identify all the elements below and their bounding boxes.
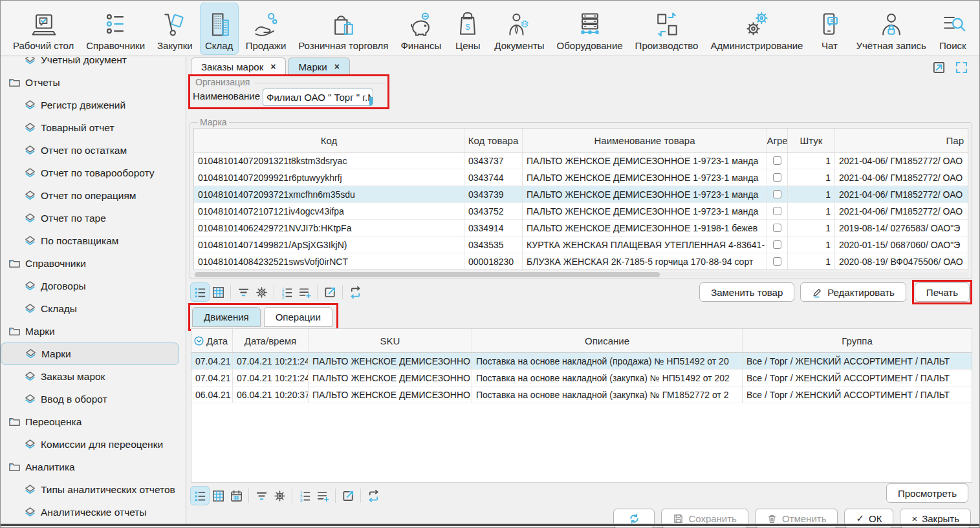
- list-view-button[interactable]: [191, 487, 209, 505]
- sidebar-item[interactable]: Отчеты: [1, 71, 186, 94]
- tab-close-icon[interactable]: ×: [270, 61, 276, 72]
- sidebar-item[interactable]: Марки: [1, 320, 186, 343]
- print-button[interactable]: Печать: [915, 282, 970, 302]
- organization-name-input[interactable]: Филиал ОАО " Торг " г.М: [263, 89, 373, 106]
- sidebar-item[interactable]: Отчет по операциям: [1, 184, 186, 207]
- table-row[interactable]: 010481014084232521swsVofj0irNCT 00001823…: [194, 253, 968, 270]
- sidebar-item[interactable]: Товарный отчет: [1, 116, 186, 139]
- table-row[interactable]: 010481014072093721xmcfhn6m35sdu 0343739 …: [194, 186, 968, 203]
- col-header-product-code[interactable]: Код товара: [464, 129, 523, 152]
- checkbox[interactable]: [773, 173, 781, 182]
- toolbar-item-equipment[interactable]: Оборудование: [552, 3, 627, 54]
- sidebar-item[interactable]: Договоры: [1, 275, 186, 297]
- open-external-button[interactable]: [339, 487, 357, 505]
- refresh-cycle-button[interactable]: [346, 283, 364, 301]
- cell-code: 010481014071499821/ApSjXG3IkjN): [194, 237, 464, 253]
- replace-product-button[interactable]: Заменить товар: [699, 282, 794, 302]
- numbered-list-button[interactable]: 1 2 3: [296, 487, 314, 505]
- checkbox[interactable]: [773, 257, 781, 266]
- table-row[interactable]: 06.04.21 06.04.21 10:20:37 ПАЛЬТО ЖЕНСКО…: [191, 386, 972, 403]
- filter-button[interactable]: [252, 487, 270, 505]
- grid-view-button[interactable]: [209, 487, 227, 505]
- refresh-cycle-button[interactable]: [364, 487, 382, 505]
- sidebar-item[interactable]: Заказы марок: [1, 365, 186, 388]
- checkbox[interactable]: [773, 207, 781, 215]
- toolbar-item-administration[interactable]: Администрирование: [706, 3, 807, 54]
- account-icon: [877, 10, 906, 39]
- toolbar-item-warehouse[interactable]: Склад: [201, 3, 238, 54]
- col-header-code[interactable]: Код: [194, 129, 464, 152]
- col-header-product-name[interactable]: Наименование товара: [523, 129, 767, 152]
- sidebar-item[interactable]: Ввод в оборот: [1, 388, 186, 410]
- sidebar-item[interactable]: Учетный документ: [1, 57, 186, 71]
- toolbar-item-workspace[interactable]: Рабочий стол: [8, 3, 78, 54]
- checkbox[interactable]: [773, 156, 781, 165]
- toolbar-item-retail[interactable]: Розничная торговля: [294, 3, 393, 54]
- open-in-window-icon[interactable]: [932, 61, 946, 74]
- tab-operations[interactable]: Операции: [264, 307, 332, 327]
- open-external-button[interactable]: [321, 283, 339, 301]
- table-row[interactable]: 010481014072091321t8kstm3dsryac 0343737 …: [194, 153, 968, 169]
- col-header-description[interactable]: Описание: [472, 329, 743, 352]
- toolbar-item-chat[interactable]: Чат: [811, 3, 848, 54]
- col-header-qty[interactable]: Штук: [788, 129, 835, 152]
- toolbar-item-catalogs[interactable]: Справочники: [82, 3, 149, 54]
- add-list-button[interactable]: [314, 487, 332, 505]
- table-row[interactable]: 010481014072099921r6ptuwyykhrfj 0343744 …: [194, 169, 968, 186]
- toolbar-item-search[interactable]: Поиск: [934, 3, 972, 54]
- sidebar-item[interactable]: Склады: [1, 297, 186, 320]
- filter-button[interactable]: [234, 283, 252, 301]
- sidebar-item[interactable]: Отчет по товарообороту: [1, 162, 186, 184]
- sidebar-item[interactable]: Справочники: [1, 252, 186, 275]
- sidebar-item[interactable]: Комиссии для переоценки: [1, 433, 186, 456]
- marks-table-hscrollbar[interactable]: [193, 272, 968, 277]
- toolbar-item-documents[interactable]: Документы: [490, 3, 549, 54]
- table-row[interactable]: 010481014062429721NVJI7b:HKtpFa 0334914 …: [194, 220, 968, 237]
- checkbox[interactable]: [773, 224, 781, 232]
- tab-close-icon[interactable]: ×: [334, 61, 340, 72]
- sidebar-item[interactable]: Марки: [1, 343, 179, 365]
- grid-view-button[interactable]: [209, 283, 227, 301]
- tab-marki[interactable]: Марки ×: [288, 58, 349, 75]
- toolbar-item-sales[interactable]: Продажи: [241, 3, 291, 54]
- sidebar-item[interactable]: Аналитические отчеты: [1, 501, 186, 523]
- cell-sku: ПАЛЬТО ЖЕНСКОЕ ДЕМИСЕЗОННО: [309, 370, 472, 386]
- checkbox[interactable]: [773, 190, 781, 198]
- list-view-button[interactable]: [191, 283, 209, 301]
- fullscreen-icon[interactable]: [955, 61, 968, 74]
- col-header-aggregated[interactable]: Агре: [767, 129, 788, 152]
- col-header-batch[interactable]: Пар: [835, 129, 968, 152]
- toolbar-item-purchases[interactable]: Закупки: [153, 3, 197, 54]
- sidebar-item[interactable]: Переоценка: [1, 410, 186, 433]
- preview-button[interactable]: Просмотреть: [886, 483, 968, 503]
- table-row[interactable]: 07.04.21 07.04.21 10:21:24 ПАЛЬТО ЖЕНСКО…: [191, 370, 972, 386]
- table-row[interactable]: 010481014071499821/ApSjXG3IkjN) 0343535 …: [194, 237, 968, 253]
- sidebar-item[interactable]: Отчет по остаткам: [1, 139, 186, 162]
- toolbar-item-production[interactable]: Производство: [631, 3, 703, 54]
- sidebar-item[interactable]: Аналитика: [1, 456, 186, 478]
- calendar-view-button[interactable]: [227, 487, 245, 505]
- numbered-list-button[interactable]: 1 2 3: [278, 283, 296, 301]
- table-row[interactable]: 010481014072107121iv4ogcv43ifpa 0343752 …: [194, 203, 968, 220]
- scrollbar-thumb[interactable]: [195, 272, 660, 277]
- col-header-date[interactable]: Дата: [191, 329, 233, 352]
- toolbar-item-prices[interactable]: $ Цены: [449, 3, 486, 54]
- toolbar-item-account[interactable]: Учётная запись: [851, 3, 931, 54]
- col-header-sku[interactable]: SKU: [309, 329, 472, 352]
- col-header-group[interactable]: Группа: [743, 329, 972, 352]
- toolbar-label: Поиск: [939, 40, 966, 51]
- sidebar-item[interactable]: Отчет по таре: [1, 207, 186, 229]
- tab-movements[interactable]: Движения: [192, 307, 261, 327]
- sidebar-item[interactable]: Регистр движений: [1, 94, 186, 116]
- add-list-button[interactable]: [296, 283, 314, 301]
- settings-button[interactable]: [270, 487, 289, 505]
- tab-zakazy-marok[interactable]: Заказы марок ×: [191, 58, 286, 75]
- settings-button[interactable]: [252, 283, 270, 301]
- edit-button[interactable]: Редактировать: [800, 282, 906, 302]
- checkbox[interactable]: [773, 240, 781, 249]
- toolbar-item-finance[interactable]: Финансы: [396, 3, 446, 54]
- col-header-datetime[interactable]: Дата/время: [233, 329, 309, 352]
- table-row[interactable]: 07.04.21 07.04.21 10:21:24 ПАЛЬТО ЖЕНСКО…: [191, 353, 972, 370]
- sidebar-item[interactable]: Типы аналитических отчетов: [1, 478, 186, 501]
- sidebar-item[interactable]: По поставщикам: [1, 229, 186, 252]
